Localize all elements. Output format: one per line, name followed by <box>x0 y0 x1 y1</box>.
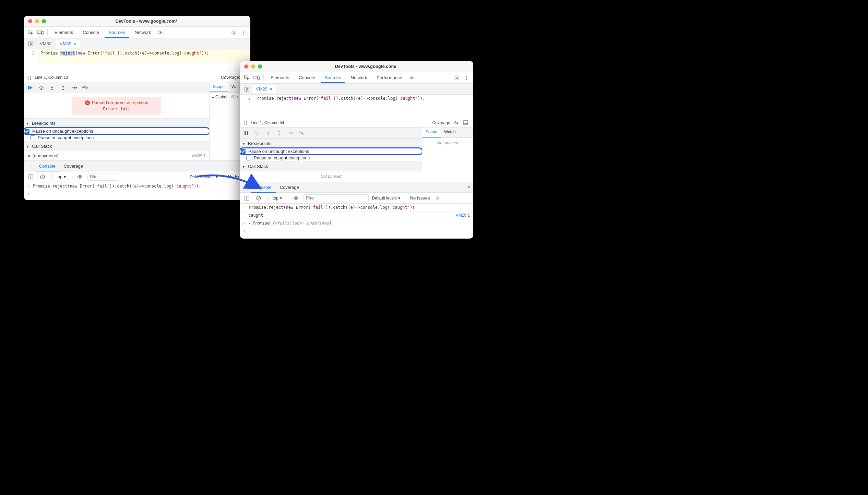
gear-icon[interactable] <box>433 194 442 202</box>
resume-icon[interactable] <box>27 84 34 91</box>
kebab-icon[interactable]: ⋮ <box>243 183 251 191</box>
pause-icon[interactable] <box>243 130 250 136</box>
filter-input[interactable] <box>304 194 369 202</box>
close-icon[interactable] <box>28 19 32 23</box>
tab-elements[interactable]: Elements <box>266 72 293 83</box>
console-prompt[interactable] <box>240 227 473 234</box>
close-icon[interactable] <box>244 64 248 69</box>
deactivate-bp-icon[interactable] <box>82 84 88 91</box>
format-icon[interactable]: { } <box>243 120 247 125</box>
close-drawer-icon[interactable]: × <box>468 184 471 190</box>
tab-performance[interactable]: Performance <box>372 72 406 83</box>
navigator-icon[interactable] <box>27 40 35 48</box>
eye-icon[interactable] <box>292 194 300 202</box>
kebab-icon[interactable]: ⋮ <box>462 74 471 82</box>
source-link[interactable]: VM29:1 <box>456 213 470 218</box>
kebab-icon[interactable]: ⋮ <box>239 28 248 37</box>
tab-console[interactable]: Console <box>79 27 103 38</box>
scope-tab[interactable]: Scope <box>210 82 228 92</box>
svg-rect-21 <box>247 131 248 135</box>
cursor-pos: Line 1, Column 54 <box>251 120 284 125</box>
format-icon[interactable]: { } <box>27 75 31 80</box>
callstack-header[interactable]: Call Stack <box>24 141 209 151</box>
drawer-console-tab[interactable]: Console <box>35 161 60 171</box>
step-out-icon[interactable] <box>60 84 67 91</box>
console-return-line: Promise {<fulfilled>: undefined} <box>240 219 473 227</box>
titlebar[interactable]: DevTools - www.google.com/ <box>24 16 250 27</box>
tab-network[interactable]: Network <box>347 72 371 83</box>
tab-network[interactable]: Network <box>131 27 155 38</box>
gear-icon[interactable] <box>230 28 238 37</box>
sidebar-icon[interactable] <box>243 194 251 202</box>
svg-rect-2 <box>42 32 43 34</box>
tab-console[interactable]: Console <box>295 72 319 83</box>
bp-caught-checkbox[interactable] <box>30 135 35 140</box>
scope-tab[interactable]: Scope <box>422 128 441 137</box>
drawer-coverage-tab[interactable]: Coverage <box>276 182 303 193</box>
step-into-icon[interactable] <box>49 84 56 91</box>
callstack-header[interactable]: Call Stack <box>240 161 422 171</box>
more-tabs-icon[interactable]: ≫ <box>408 74 416 82</box>
gear-icon[interactable] <box>453 74 461 82</box>
bp-uncaught-checkbox[interactable] <box>25 129 29 134</box>
file-tab-vm39[interactable]: VM39× <box>56 40 80 48</box>
maximize-icon[interactable] <box>42 19 46 23</box>
file-tab-vm29[interactable]: VM29× <box>252 85 276 93</box>
code-editor[interactable]: 1 Promise.reject(new Error('fail')).catc… <box>240 95 473 108</box>
context-selector[interactable]: top ▾ <box>57 174 66 179</box>
more-tabs-icon[interactable]: ≫ <box>156 28 165 37</box>
bp-uncaught[interactable]: Pause on uncaught exceptions <box>24 128 209 134</box>
step-over-icon <box>254 130 261 136</box>
navigator-icon[interactable] <box>243 85 251 93</box>
breakpoints-header[interactable]: Breakpoints <box>240 138 422 148</box>
eye-icon[interactable] <box>76 173 84 181</box>
step-out-icon <box>276 130 283 136</box>
svg-rect-11 <box>29 175 33 179</box>
filter-input[interactable] <box>87 173 118 181</box>
watch-tab[interactable]: Watch <box>441 128 459 137</box>
inspect-icon[interactable] <box>27 28 35 37</box>
minimize-icon[interactable] <box>35 19 39 23</box>
collapse-icon[interactable] <box>462 119 470 127</box>
maximize-icon[interactable] <box>258 64 262 69</box>
kebab-icon[interactable]: ⋮ <box>27 162 35 170</box>
device-icon[interactable] <box>36 28 45 37</box>
close-tab-icon[interactable]: × <box>73 41 76 47</box>
clear-icon[interactable] <box>254 194 263 202</box>
clear-icon[interactable] <box>38 173 47 181</box>
step-into-icon <box>265 130 272 136</box>
titlebar[interactable]: DevTools - www.google.com/ <box>240 61 473 72</box>
tab-elements[interactable]: Elements <box>50 27 77 38</box>
tab-sources[interactable]: Sources <box>105 27 129 38</box>
code-editor[interactable]: 1 Promise.reject(new Error('fail')).catc… <box>24 49 250 63</box>
drawer-console-tab[interactable]: Console <box>251 182 276 193</box>
minimize-icon[interactable] <box>251 64 255 69</box>
bp-uncaught-checkbox[interactable] <box>241 149 246 154</box>
issues-label[interactable]: No Issues <box>410 195 430 201</box>
window-title: DevTools - www.google.com/ <box>46 19 246 24</box>
tab-sources[interactable]: Sources <box>321 72 345 83</box>
main-toolbar: Elements Console Sources Network ≫ ⋮ <box>24 27 250 38</box>
callstack-frame[interactable]: (anonymous)VM39:1 <box>24 151 209 160</box>
inspect-icon[interactable] <box>243 74 251 82</box>
device-icon[interactable] <box>252 74 261 82</box>
breakpoints-header[interactable]: Breakpoints <box>24 118 209 128</box>
deactivate-bp-icon[interactable] <box>298 130 305 136</box>
line-number: 1 <box>240 95 254 108</box>
file-tab-vm30[interactable]: VM30 <box>36 40 55 48</box>
sidebar-icon[interactable] <box>27 173 35 181</box>
bp-uncaught[interactable]: Pause on uncaught exceptions <box>240 148 422 154</box>
close-tab-icon[interactable]: × <box>270 86 272 92</box>
levels-selector[interactable]: Default levels ▾ <box>190 174 218 179</box>
step-over-icon[interactable] <box>38 84 45 91</box>
svg-point-9 <box>76 87 77 88</box>
bp-caught[interactable]: Pause on caught exceptions <box>240 154 422 161</box>
bp-caught-checkbox[interactable] <box>246 156 251 160</box>
drawer-coverage-tab[interactable]: Coverage <box>60 161 87 171</box>
context-selector[interactable]: top ▾ <box>273 196 282 201</box>
levels-selector[interactable]: Default levels ▾ <box>372 196 400 201</box>
bp-caught[interactable]: Pause on caught exceptions <box>24 134 209 141</box>
svg-rect-1 <box>38 31 41 34</box>
console-prompt[interactable] <box>24 190 250 197</box>
step-icon[interactable] <box>71 84 78 91</box>
